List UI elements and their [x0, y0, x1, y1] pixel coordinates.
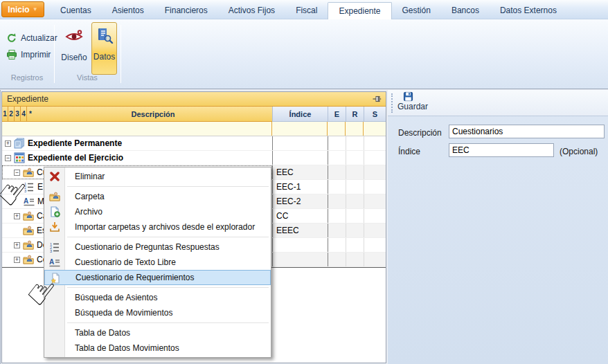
pushpin-icon[interactable]: [371, 93, 382, 104]
diseno-label: Diseño: [61, 53, 87, 62]
tab-bancos[interactable]: Bancos: [441, 2, 490, 19]
menu-item-label: Cuestionario de Requerimientos: [75, 273, 194, 282]
column-header-s[interactable]: S: [364, 107, 386, 122]
menu-item-busqueda-de-asientos[interactable]: Búsqueda de Asientos: [44, 290, 271, 305]
menu-item-importar-carpetas-y-archivos-desde-el-explorador[interactable]: Importar carpetas y archivos desde el ex…: [44, 219, 271, 235]
eye-gear-icon: [65, 28, 83, 44]
inicio-menu-button[interactable]: Inicio ▼: [1, 1, 44, 17]
row-number-header-star[interactable]: *: [27, 107, 34, 122]
guardar-label: Guardar: [397, 102, 428, 111]
grid-cell: [364, 151, 386, 165]
menu-item-label: Búsqueda de Movimientos: [75, 308, 172, 318]
tree-row-expediente-permanente[interactable]: +Expediente Permanente: [2, 136, 386, 151]
grid-cell: [346, 151, 364, 165]
menu-item-label: Eliminar: [75, 172, 105, 181]
menu-item-label: Búsqueda de Asientos: [75, 293, 157, 302]
grid-cell: [364, 209, 386, 223]
menu-item-tabla-de-datos[interactable]: Tabla de Datos: [44, 325, 271, 340]
tab-asientos[interactable]: Asientos: [102, 2, 154, 19]
collapse-minus-box[interactable]: −: [5, 155, 11, 161]
indice-cell: EEC: [272, 165, 328, 179]
tab-fiscal[interactable]: Fiscal: [285, 2, 328, 19]
tab-financieros[interactable]: Financieros: [154, 2, 218, 19]
grid-cell: [364, 194, 386, 208]
menu-item-busqueda-de-movimientos[interactable]: Búsqueda de Movimientos: [44, 305, 271, 320]
expand-plus-box[interactable]: +: [14, 242, 20, 248]
guardar-button[interactable]: Guardar: [397, 91, 436, 115]
toolbar-grip-handle[interactable]: [391, 93, 393, 113]
filter-row[interactable]: [2, 122, 386, 136]
column-header-r[interactable]: R: [346, 107, 364, 122]
menu-item-eliminar[interactable]: Eliminar: [44, 169, 271, 184]
group-separator: [120, 25, 121, 83]
tree-row-label: Expediente Permanente: [28, 138, 122, 148]
row-number-header[interactable]: 2: [8, 107, 15, 122]
group-label-vistas: Vistas: [55, 73, 119, 82]
panel-title-bar: Expediente: [2, 92, 386, 107]
book-magnifier-icon: [96, 27, 114, 44]
datos-button[interactable]: Datos: [91, 22, 117, 75]
grid-cell: [364, 165, 386, 179]
row-number-header[interactable]: 3: [15, 107, 21, 122]
tree-row-label: E: [37, 182, 43, 192]
inicio-label: Inicio: [8, 5, 29, 15]
indice-cell: EEEC: [272, 224, 328, 237]
filter-cell[interactable]: [328, 122, 346, 136]
row-number-header[interactable]: 1: [2, 107, 8, 122]
expand-plus-box[interactable]: +: [14, 257, 20, 263]
menu-separator: [67, 237, 269, 237]
tab-expediente[interactable]: Expediente: [328, 2, 391, 19]
detail-toolbar: Guardar: [388, 90, 608, 116]
folder-user-icon: [23, 239, 34, 251]
tab-datos-externos[interactable]: Datos Externos: [490, 2, 567, 19]
menu-item-label: Tabla de Datos Movimientos: [75, 343, 179, 353]
filter-cell[interactable]: [272, 122, 328, 136]
grid-cell: [364, 136, 386, 150]
column-header-indice[interactable]: Índice: [272, 107, 328, 122]
menu-item-cuestionario-de-requerimientos[interactable]: Cuestionario de Requerimientos: [44, 270, 271, 285]
filter-cell[interactable]: [2, 122, 272, 136]
imprimir-button[interactable]: Imprimir: [6, 49, 51, 60]
diseno-button[interactable]: Diseño: [58, 24, 90, 73]
grid-cell: [346, 253, 364, 266]
menu-item-label: Cuestionario de Texto Libre: [75, 257, 176, 267]
tree-row-expediente-del-ejercicio[interactable]: −Expediente del Ejercicio: [2, 151, 386, 165]
svg-text:A: A: [49, 258, 54, 266]
menu-item-cuestionario-de-texto-libre[interactable]: ACuestionario de Texto Libre: [44, 255, 271, 270]
delete-x-icon: [49, 171, 60, 182]
indice-optional-hint: (Opcional): [560, 147, 598, 156]
grid-cell: [328, 209, 346, 223]
expand-plus-box[interactable]: +: [14, 213, 20, 219]
grid-cell: [346, 238, 364, 252]
menu-item-carpeta[interactable]: Carpeta: [44, 189, 271, 204]
folder-user-icon: [49, 191, 60, 202]
ribbon-tab-bar: Inicio ▼ CuentasAsientosFinancierosActiv…: [0, 0, 608, 19]
window-edge: [0, 90, 1, 364]
grid-cell: [346, 224, 364, 237]
indice-cell: EEC-1: [272, 180, 328, 194]
menu-item-cuestionario-de-preguntas-respuestas[interactable]: 123Cuestionario de Preguntas Respuestas: [44, 239, 271, 255]
datos-label: Datos: [93, 52, 115, 62]
column-header-descripcion[interactable]: Descripción: [34, 107, 272, 122]
svg-text:A: A: [24, 197, 28, 205]
column-header-e[interactable]: E: [328, 107, 346, 122]
tab-gestion[interactable]: Gestión: [392, 2, 441, 19]
import-download-icon: [49, 221, 60, 233]
grid-cell: [364, 224, 386, 237]
tab-cuentas[interactable]: Cuentas: [50, 2, 102, 19]
filter-cell[interactable]: [346, 122, 364, 136]
expand-plus-box[interactable]: +: [5, 140, 11, 147]
menu-item-archivo[interactable]: Archivo: [44, 204, 271, 219]
tab-activos-fijos[interactable]: Activos Fijos: [218, 2, 285, 19]
grid-cell: [364, 253, 386, 266]
group-label-registros: Registros: [0, 73, 54, 82]
indice-input[interactable]: [449, 143, 554, 157]
grid-cell: [364, 180, 386, 194]
indice-cell: CC: [272, 209, 328, 223]
actualizar-button[interactable]: Actualizar: [6, 33, 57, 44]
filter-cell[interactable]: [364, 122, 386, 136]
menu-item-tabla-de-datos-movimientos[interactable]: Tabla de Datos Movimientos: [44, 340, 271, 356]
row-number-header[interactable]: 4: [21, 107, 27, 122]
descripcion-input[interactable]: [449, 125, 605, 138]
actualizar-label: Actualizar: [21, 33, 57, 43]
